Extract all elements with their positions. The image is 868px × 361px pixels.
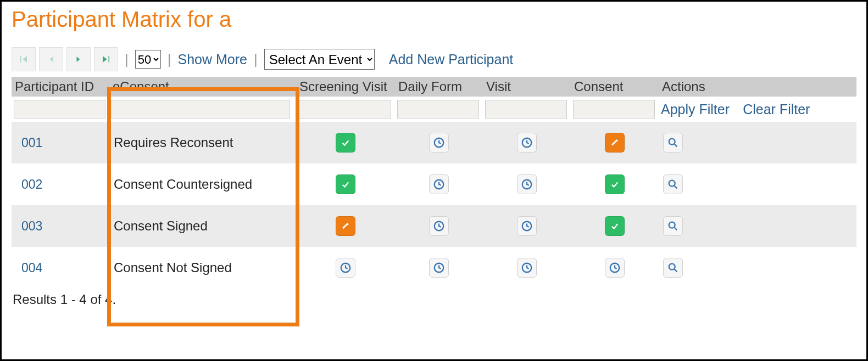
col-actions: Actions: [659, 77, 856, 97]
filter-participant-id[interactable]: [14, 100, 105, 119]
status-scheduled-icon[interactable]: [517, 133, 537, 153]
participant-id-link[interactable]: 004: [16, 261, 42, 275]
filter-econsent[interactable]: [112, 100, 290, 119]
filter-consent[interactable]: [573, 100, 655, 119]
status-scheduled-icon[interactable]: [517, 216, 537, 236]
svg-point-6: [669, 180, 675, 187]
results-summary: Results 1 - 4 of 4.: [12, 292, 856, 307]
pager-last-button[interactable]: [94, 47, 118, 71]
col-consent: Consent: [571, 77, 659, 97]
skip-forward-icon: [75, 54, 82, 64]
view-action-icon[interactable]: [663, 258, 683, 278]
status-scheduled-icon[interactable]: [605, 258, 625, 278]
svg-point-10: [669, 222, 675, 228]
pager-next-button[interactable]: [66, 47, 91, 71]
table-row: 004Consent Not Signed: [12, 247, 856, 289]
filter-visit[interactable]: [485, 100, 567, 119]
status-complete-icon[interactable]: [336, 133, 355, 153]
separator: |: [164, 51, 175, 68]
status-edit-icon[interactable]: [605, 133, 625, 153]
status-scheduled-icon[interactable]: [429, 133, 449, 153]
col-screening-visit: Screening Visit: [296, 77, 395, 97]
filter-screening-visit[interactable]: [298, 100, 391, 119]
skip-back-start-icon: [19, 54, 29, 64]
status-scheduled-icon[interactable]: [429, 174, 449, 194]
svg-line-17: [675, 269, 677, 272]
svg-line-7: [675, 186, 677, 189]
participant-id-link[interactable]: 003: [16, 219, 42, 233]
status-complete-icon[interactable]: [605, 174, 625, 194]
participant-id-link[interactable]: 001: [16, 136, 42, 150]
svg-line-3: [675, 144, 677, 147]
status-complete-icon[interactable]: [336, 174, 355, 194]
status-complete-icon[interactable]: [605, 216, 625, 236]
filter-daily-form[interactable]: [397, 100, 479, 119]
econsent-status: Consent Not Signed: [114, 260, 232, 275]
table-row: 003Consent Signed: [12, 205, 856, 247]
col-participant-id: Participant ID: [12, 77, 109, 97]
table-row: 002Consent Countersigned: [12, 163, 856, 205]
col-econsent: eConsent: [109, 77, 296, 97]
status-scheduled-icon[interactable]: [517, 258, 537, 278]
clear-filter-link[interactable]: Clear Filter: [743, 101, 810, 117]
svg-line-11: [675, 228, 677, 230]
filter-row: Apply Filter Clear Filter: [12, 97, 856, 122]
status-scheduled-icon[interactable]: [336, 258, 355, 278]
table-row: 001Requires Reconsent: [12, 122, 856, 163]
page-title: Participant Matrix for a: [12, 7, 856, 32]
econsent-status: Requires Reconsent: [114, 135, 233, 150]
view-action-icon[interactable]: [663, 133, 683, 153]
skip-back-icon: [47, 54, 55, 64]
view-action-icon[interactable]: [663, 174, 683, 194]
pager-prev-button[interactable]: [39, 47, 63, 71]
econsent-status: Consent Signed: [114, 218, 208, 233]
event-select[interactable]: Select An Event: [264, 49, 375, 70]
status-scheduled-icon[interactable]: [517, 174, 537, 194]
svg-point-16: [669, 264, 675, 270]
toolbar: | 50 | Show More | Select An Event Add N…: [12, 47, 856, 71]
status-edit-icon[interactable]: [336, 216, 355, 236]
participant-matrix-table: Participant ID eConsent Screening Visit …: [12, 77, 856, 289]
show-more-link[interactable]: Show More: [178, 52, 247, 67]
participant-id-link[interactable]: 002: [16, 177, 42, 191]
separator: |: [121, 51, 132, 68]
econsent-status: Consent Countersigned: [114, 177, 252, 191]
skip-forward-end-icon: [101, 54, 111, 64]
page-size-select[interactable]: 50: [135, 50, 161, 69]
add-participant-link[interactable]: Add New Participant: [389, 52, 514, 67]
col-visit: Visit: [483, 77, 571, 97]
separator: |: [251, 51, 261, 68]
view-action-icon[interactable]: [663, 216, 683, 236]
header-row: Participant ID eConsent Screening Visit …: [12, 77, 856, 97]
status-scheduled-icon[interactable]: [429, 258, 449, 278]
status-scheduled-icon[interactable]: [429, 216, 449, 236]
pager-first-button[interactable]: [12, 47, 36, 71]
col-daily-form: Daily Form: [395, 77, 483, 97]
svg-point-2: [669, 139, 675, 145]
apply-filter-link[interactable]: Apply Filter: [661, 101, 730, 117]
